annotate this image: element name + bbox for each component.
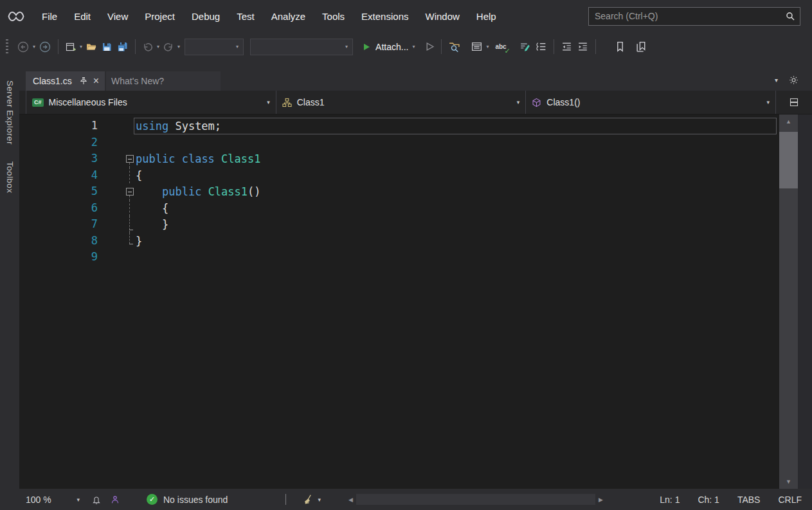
type-dropdown[interactable]: Class1 ▾: [276, 91, 527, 114]
outline-collapse-button[interactable]: [125, 150, 134, 167]
format-document-button[interactable]: [517, 38, 533, 56]
save-all-button[interactable]: [114, 38, 131, 56]
member-dropdown[interactable]: Class1() ▾: [526, 91, 776, 114]
document-health-indicator[interactable]: ✓ No issues found: [147, 494, 228, 505]
notifications-icon[interactable]: [91, 495, 102, 505]
line-number: 6: [19, 200, 98, 217]
back-arrow-icon: [17, 41, 30, 53]
code-line[interactable]: 6 {: [19, 200, 779, 217]
code-cleanup-broom-icon: [303, 494, 314, 505]
eol-indicator[interactable]: CRLF: [778, 495, 802, 505]
spell-checker-icon[interactable]: abc ✓: [495, 44, 506, 50]
code-line[interactable]: 7 }: [19, 216, 779, 233]
code-text: }: [134, 233, 777, 250]
caret-position-group: Ln: 1 Ch: 1 TABS CRLF: [660, 495, 812, 505]
chevron-down-icon[interactable]: ▾: [485, 44, 490, 50]
code-line[interactable]: 1using System;: [19, 118, 779, 134]
line-number: 1: [19, 118, 98, 134]
chevron-down-icon[interactable]: ▾: [156, 44, 161, 50]
horizontal-scrollbar-track[interactable]: [355, 489, 597, 510]
menu-item-file[interactable]: File: [33, 11, 66, 22]
toggle-bookmark-button[interactable]: [612, 38, 628, 56]
search-input[interactable]: [589, 11, 785, 21]
horizontal-scrollbar[interactable]: ◀ ▶: [347, 489, 605, 510]
outline-margin: [125, 200, 134, 217]
selection-margin: [98, 249, 125, 266]
scrollbar-down-button[interactable]: ▼: [779, 475, 798, 489]
code-line[interactable]: 4{: [19, 167, 779, 184]
menu-item-test[interactable]: Test: [228, 11, 263, 22]
scroll-left-button[interactable]: ◀: [347, 496, 355, 503]
navigate-forward-button[interactable]: [37, 38, 53, 56]
side-tab-toolbox[interactable]: Toolbox: [5, 161, 15, 193]
toolbar-separator: [554, 39, 554, 54]
find-in-files-button[interactable]: [446, 38, 462, 56]
line-number: 5: [19, 183, 98, 200]
undo-button[interactable]: [140, 38, 156, 56]
tab-class1-cs[interactable]: Class1.cs ×: [26, 71, 105, 91]
decrease-line-indent-button[interactable]: [559, 38, 575, 56]
chevron-down-icon: ▾: [235, 44, 240, 50]
horizontal-scrollbar-thumb[interactable]: [356, 494, 595, 505]
code-text: [134, 134, 777, 151]
project-name: Miscellaneous Files: [49, 97, 127, 107]
code-line[interactable]: 3public class Class1: [19, 150, 779, 167]
gear-icon[interactable]: [789, 75, 798, 85]
toggle-outlining-button[interactable]: [533, 38, 549, 56]
scroll-right-button[interactable]: ▶: [597, 496, 605, 503]
start-without-debugging-button[interactable]: [423, 38, 437, 56]
code-line[interactable]: 2: [19, 134, 779, 151]
save-button[interactable]: [99, 38, 114, 56]
side-tab-server-explorer[interactable]: Server Explorer: [5, 80, 15, 145]
code-line[interactable]: 8}: [19, 233, 779, 250]
pin-icon[interactable]: [79, 77, 88, 86]
bookmark-window-button[interactable]: [633, 38, 649, 56]
vertical-scrollbar-thumb[interactable]: [779, 132, 798, 188]
search-icon[interactable]: [785, 11, 795, 21]
increase-indent-icon: [577, 41, 589, 53]
solution-configurations-dropdown[interactable]: ▾: [185, 39, 244, 55]
open-file-button[interactable]: [84, 38, 99, 56]
solution-platforms-dropdown[interactable]: ▾: [250, 39, 353, 55]
solution-explorer-button[interactable]: [469, 38, 485, 56]
search-box[interactable]: [588, 7, 800, 26]
increase-line-indent-button[interactable]: [575, 38, 591, 56]
vertical-scrollbar[interactable]: ▲ ▼: [779, 114, 798, 489]
menu-bar: FileEditViewProjectDebugTestAnalyzeTools…: [0, 0, 812, 32]
redo-button[interactable]: [161, 38, 176, 56]
live-share-icon[interactable]: [110, 495, 120, 505]
attach-button[interactable]: Attach... ▾: [360, 38, 418, 56]
indent-indicator[interactable]: TABS: [737, 495, 761, 505]
project-dropdown[interactable]: C# Miscellaneous Files ▾: [26, 91, 276, 114]
new-project-button[interactable]: [63, 38, 78, 56]
split-editor-button[interactable]: [776, 91, 812, 114]
chevron-down-icon[interactable]: ▾: [32, 44, 37, 50]
tab-whats-new[interactable]: What's New?: [106, 71, 221, 91]
close-icon[interactable]: ×: [93, 76, 99, 86]
menu-item-analyze[interactable]: Analyze: [263, 11, 314, 22]
menu-item-window[interactable]: Window: [417, 11, 467, 22]
menu-item-edit[interactable]: Edit: [66, 11, 99, 22]
menu-item-tools[interactable]: Tools: [314, 11, 353, 22]
code-cleanup-button[interactable]: ▾: [303, 494, 322, 505]
scrollbar-up-button[interactable]: ▲: [779, 114, 798, 129]
menu-item-view[interactable]: View: [99, 11, 136, 22]
menu-item-extensions[interactable]: Extensions: [353, 11, 417, 22]
code-editor[interactable]: 1using System;23public class Class14{5 p…: [19, 114, 812, 489]
vertical-scrollbar-track[interactable]: [779, 129, 798, 475]
code-line[interactable]: 5 public Class1(): [19, 183, 779, 200]
chevron-down-icon[interactable]: ▾: [78, 44, 84, 50]
document-list-chevron-icon[interactable]: ▾: [775, 77, 778, 84]
menu-item-debug[interactable]: Debug: [183, 11, 228, 22]
class-icon: [282, 98, 292, 107]
code-line[interactable]: 9: [19, 249, 779, 266]
toolbar-drag-handle[interactable]: [6, 39, 8, 55]
line-indicator[interactable]: Ln: 1: [660, 495, 680, 505]
menu-item-project[interactable]: Project: [136, 11, 183, 22]
chevron-down-icon[interactable]: ▾: [176, 44, 181, 50]
zoom-selector[interactable]: 100 % ▾: [26, 495, 81, 505]
navigate-backward-button[interactable]: [15, 38, 32, 56]
menu-item-help[interactable]: Help: [468, 11, 505, 22]
column-indicator[interactable]: Ch: 1: [698, 495, 719, 505]
outline-collapse-button[interactable]: [125, 183, 134, 200]
